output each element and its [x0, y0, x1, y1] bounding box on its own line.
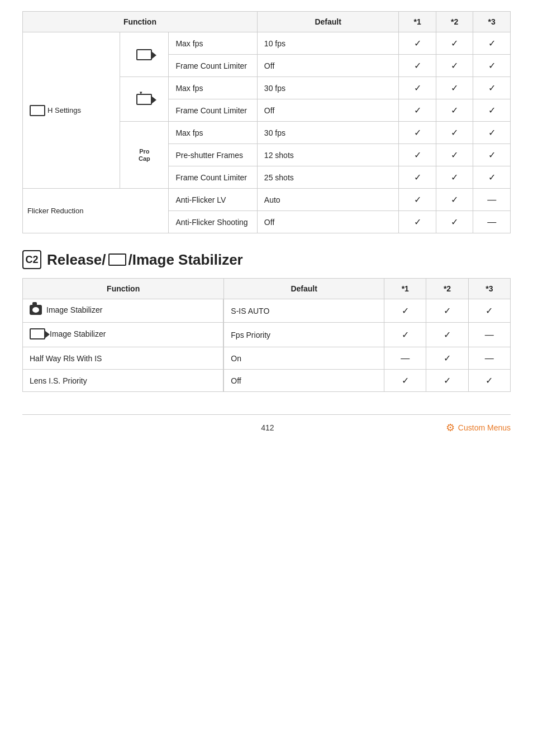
col-header-s3: *3	[473, 12, 511, 32]
default-auto: Auto	[257, 189, 399, 211]
lens-is-priority-cell: Lens I.S. Priority	[23, 370, 223, 392]
check-s1: ✓	[384, 370, 426, 392]
col-header-s3-2: *3	[468, 279, 510, 299]
col-header-default2: Default	[224, 279, 384, 299]
func-max-fps-2: Max fps	[169, 77, 257, 99]
check-s1: ✓	[399, 189, 436, 211]
check-s2: ✓	[436, 32, 473, 55]
col-header-s2: *2	[436, 12, 473, 32]
dash-s3: —	[468, 323, 510, 347]
dash-s3: —	[473, 189, 511, 211]
check-s2: ✓	[426, 347, 468, 370]
default-25shots: 25 shots	[257, 166, 399, 189]
movie-v-icon	[136, 94, 152, 105]
default-12shots: 12 shots	[257, 144, 399, 166]
check-s1: ✓	[399, 99, 436, 122]
default-on: On	[224, 347, 384, 370]
check-s2: ✓	[426, 370, 468, 392]
func-max-fps-3: Max fps	[169, 122, 257, 144]
default-10fps: 10 fps	[257, 32, 399, 55]
dash-s3: —	[468, 347, 510, 370]
default-off-3: Off	[257, 211, 399, 233]
icon-col-movie-v	[120, 77, 169, 122]
check-s3: ✓	[468, 299, 510, 323]
dash-s1: —	[384, 347, 426, 370]
check-s1: ✓	[399, 77, 436, 99]
section2-heading: C2 Release/ /Image Stabilizer	[22, 250, 511, 269]
col-header-s1: *1	[399, 12, 436, 32]
func-antiflicker-shooting: Anti-Flicker Shooting	[169, 211, 257, 233]
movie-icon-heading	[108, 253, 126, 266]
custom-menus-label: Custom Menus	[458, 423, 511, 432]
section2-table: Function Default *1 *2 *3 Image Stabiliz…	[22, 278, 511, 392]
check-s2: ✓	[436, 166, 473, 189]
default-fps-priority: Fps Priority	[224, 323, 384, 347]
check-s3: ✓	[473, 166, 511, 189]
icon-col-movie	[120, 32, 169, 77]
col-header-default: Default	[257, 12, 399, 32]
col-header-function: Function	[23, 12, 258, 32]
check-s3: ✓	[473, 99, 511, 122]
func-max-fps-1: Max fps	[169, 32, 257, 55]
check-s3: ✓	[473, 144, 511, 166]
check-s3: ✓	[473, 55, 511, 77]
default-30fps-1: 30 fps	[257, 77, 399, 99]
movie-icon	[136, 49, 152, 60]
icon-col-procap: ProCap	[120, 122, 169, 189]
table-row: Image Stabilizer S-IS AUTO ✓ ✓ ✓	[23, 299, 511, 323]
check-s1: ✓	[399, 55, 436, 77]
h-settings-label: H Settings	[47, 106, 81, 114]
group-label-flicker: Flicker Reduction	[23, 189, 169, 233]
func-frame-count-2: Frame Count Limiter	[169, 99, 257, 122]
page-number: 412	[89, 423, 446, 432]
image-stabilizer-label-1: Image Stabilizer	[46, 305, 102, 314]
camera-icon	[30, 305, 42, 315]
movie-is-cell: Image Stabilizer	[23, 323, 223, 347]
check-s3: ✓	[468, 370, 510, 392]
check-s2: ✓	[436, 144, 473, 166]
check-s2: ✓	[436, 189, 473, 211]
top-table: Function Default *1 *2 *3 H Settings Max…	[22, 11, 511, 233]
check-s1: ✓	[399, 211, 436, 233]
func-antiflicker-lv: Anti-Flicker LV	[169, 189, 257, 211]
default-off-2: Off	[257, 99, 399, 122]
check-s2: ✓	[426, 323, 468, 347]
func-frame-count-3: Frame Count Limiter	[169, 166, 257, 189]
col-header-s2-2: *2	[426, 279, 468, 299]
default-30fps-2: 30 fps	[257, 122, 399, 144]
check-s1: ✓	[399, 144, 436, 166]
c2-badge: C2	[22, 250, 41, 269]
check-s2: ✓	[436, 77, 473, 99]
check-s2: ✓	[436, 55, 473, 77]
gear-icon: ⚙	[446, 422, 455, 434]
check-s2: ✓	[436, 122, 473, 144]
col-header-s1-2: *1	[384, 279, 426, 299]
check-s1: ✓	[399, 32, 436, 55]
table-row: Flicker Reduction Anti-Flicker LV Auto ✓…	[23, 189, 511, 211]
check-s2: ✓	[426, 299, 468, 323]
section2-title: Release/ /Image Stabilizer	[47, 251, 243, 269]
half-way-rls-cell: Half Way Rls With IS	[23, 347, 223, 370]
check-s1: ✓	[384, 299, 426, 323]
footer: 412 ⚙ Custom Menus	[22, 414, 511, 434]
movie-icon-is	[30, 328, 45, 339]
check-s1: ✓	[399, 122, 436, 144]
default-sis-auto: S-IS AUTO	[224, 299, 384, 323]
table-row: Lens I.S. Priority Off ✓ ✓ ✓	[23, 370, 511, 392]
check-s2: ✓	[436, 211, 473, 233]
default-off-4: Off	[224, 370, 384, 392]
custom-menus-link[interactable]: ⚙ Custom Menus	[446, 422, 511, 434]
check-s2: ✓	[436, 99, 473, 122]
func-frame-count-1: Frame Count Limiter	[169, 55, 257, 77]
table-row: H Settings Max fps 10 fps ✓ ✓ ✓	[23, 32, 511, 55]
procap-icon: ProCap	[139, 148, 150, 161]
table-row: Half Way Rls With IS On — ✓ —	[23, 347, 511, 370]
func-preshutter: Pre-shutter Frames	[169, 144, 257, 166]
check-s1: ✓	[399, 166, 436, 189]
h-settings-icon	[30, 105, 45, 116]
image-stabilizer-label-2: Image Stabilizer	[50, 329, 106, 338]
dash-s3: —	[473, 211, 511, 233]
table-row: Image Stabilizer Fps Priority ✓ ✓ —	[23, 323, 511, 347]
col-header-function2: Function	[23, 279, 224, 299]
camera-is-cell: Image Stabilizer	[23, 299, 223, 323]
